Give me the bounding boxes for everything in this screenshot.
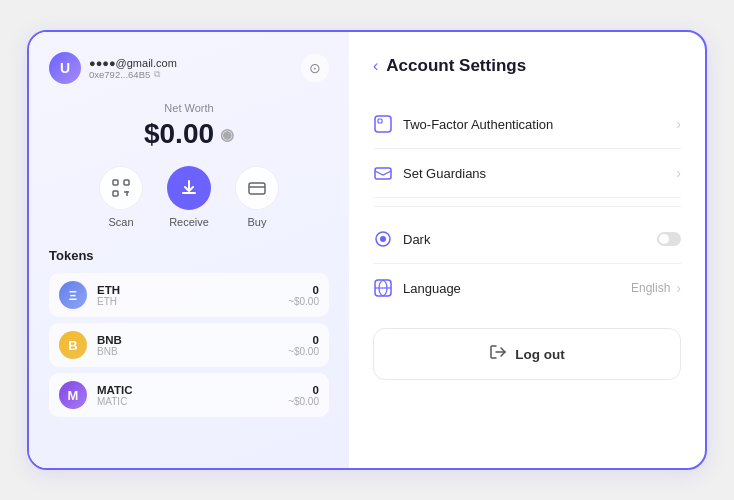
matic-usd: ~$0.00	[288, 396, 319, 407]
scan-button[interactable]: Scan	[99, 166, 143, 228]
bnb-name: BNB	[97, 334, 278, 346]
eth-symbol: ETH	[97, 296, 278, 307]
notifications-icon[interactable]: ⊙	[301, 54, 329, 82]
language-icon	[373, 278, 393, 298]
settings-item-dark[interactable]: Dark	[373, 215, 681, 264]
language-current-value: English	[631, 281, 670, 295]
language-label: Language	[403, 281, 621, 296]
guardians-chevron: ›	[676, 165, 681, 181]
logout-button[interactable]: Log out	[373, 328, 681, 380]
net-worth-label: Net Worth	[49, 102, 329, 114]
bnb-amount: 0	[288, 334, 319, 346]
matic-amount: 0	[288, 384, 319, 396]
token-item-bnb[interactable]: B BNB BNB 0 ~$0.00	[49, 323, 329, 367]
dark-toggle[interactable]	[657, 232, 681, 246]
tokens-section: Tokens Ξ ETH ETH 0 ~$0.00 B	[49, 248, 329, 417]
eth-logo: Ξ	[59, 281, 87, 309]
net-worth-section: Net Worth $0.00 ◉	[49, 102, 329, 150]
left-panel: U ●●●●@gmail.com 0xe792...64B5 ⧉ ⊙ Net W…	[29, 32, 349, 468]
settings-item-2fa[interactable]: Two-Factor Authentication ›	[373, 100, 681, 149]
copy-icon[interactable]: ⧉	[154, 69, 160, 80]
settings-list: Two-Factor Authentication › Set Guardian…	[373, 100, 681, 312]
bnb-value: 0 ~$0.00	[288, 334, 319, 357]
dark-label: Dark	[403, 232, 647, 247]
scan-icon	[99, 166, 143, 210]
settings-item-guardians[interactable]: Set Guardians ›	[373, 149, 681, 198]
avatar: U	[49, 52, 81, 84]
token-list: Ξ ETH ETH 0 ~$0.00 B BNB BNB	[49, 273, 329, 417]
bnb-logo: B	[59, 331, 87, 359]
svg-rect-9	[375, 168, 391, 179]
action-buttons: Scan Receive Buy	[49, 166, 329, 228]
svg-rect-2	[113, 191, 118, 196]
eth-value: 0 ~$0.00	[288, 284, 319, 307]
chevron-icon: ›	[676, 165, 681, 181]
bnb-symbol: BNB	[97, 346, 278, 357]
main-card: U ●●●●@gmail.com 0xe792...64B5 ⧉ ⊙ Net W…	[27, 30, 707, 470]
svg-rect-1	[124, 180, 129, 185]
guardians-icon	[373, 163, 393, 183]
buy-icon	[235, 166, 279, 210]
account-email: ●●●●@gmail.com	[89, 57, 177, 69]
tokens-title: Tokens	[49, 248, 329, 263]
account-info: U ●●●●@gmail.com 0xe792...64B5 ⧉	[49, 52, 177, 84]
settings-item-language[interactable]: Language English ›	[373, 264, 681, 312]
language-chevron-icon: ›	[676, 280, 681, 296]
account-header: U ●●●●@gmail.com 0xe792...64B5 ⧉ ⊙	[49, 52, 329, 84]
buy-button[interactable]: Buy	[235, 166, 279, 228]
svg-rect-0	[113, 180, 118, 185]
eth-name-section: ETH ETH	[97, 284, 278, 307]
right-panel: ‹ Account Settings Two-Factor Authentica…	[349, 32, 705, 468]
svg-rect-8	[378, 119, 382, 123]
eth-usd: ~$0.00	[288, 296, 319, 307]
eye-icon[interactable]: ◉	[220, 125, 234, 144]
divider	[373, 206, 681, 207]
receive-label: Receive	[169, 216, 209, 228]
matic-logo: M	[59, 381, 87, 409]
matic-name-section: MATIC MATIC	[97, 384, 278, 407]
dark-icon	[373, 229, 393, 249]
language-value-area: English ›	[631, 280, 681, 296]
token-item-eth[interactable]: Ξ ETH ETH 0 ~$0.00	[49, 273, 329, 317]
receive-icon	[167, 166, 211, 210]
2fa-icon	[373, 114, 393, 134]
2fa-label: Two-Factor Authentication	[403, 117, 666, 132]
settings-header: ‹ Account Settings	[373, 56, 681, 76]
svg-rect-7	[375, 116, 391, 132]
buy-label: Buy	[248, 216, 267, 228]
bnb-usd: ~$0.00	[288, 346, 319, 357]
toggle-icon	[657, 232, 681, 246]
account-address: 0xe792...64B5 ⧉	[89, 69, 177, 80]
logout-icon	[489, 343, 507, 365]
svg-point-13	[659, 234, 669, 244]
svg-rect-5	[249, 183, 265, 194]
logout-section: Log out	[373, 328, 681, 380]
logout-label: Log out	[515, 347, 564, 362]
settings-title: Account Settings	[386, 56, 526, 76]
back-button[interactable]: ‹	[373, 57, 378, 75]
eth-name: ETH	[97, 284, 278, 296]
2fa-chevron: ›	[676, 116, 681, 132]
scan-label: Scan	[108, 216, 133, 228]
eth-amount: 0	[288, 284, 319, 296]
net-worth-value: $0.00 ◉	[49, 118, 329, 150]
svg-point-11	[380, 236, 386, 242]
matic-name: MATIC	[97, 384, 278, 396]
matic-symbol: MATIC	[97, 396, 278, 407]
matic-value: 0 ~$0.00	[288, 384, 319, 407]
guardians-label: Set Guardians	[403, 166, 666, 181]
receive-button[interactable]: Receive	[167, 166, 211, 228]
bnb-name-section: BNB BNB	[97, 334, 278, 357]
token-item-matic[interactable]: M MATIC MATIC 0 ~$0.00	[49, 373, 329, 417]
chevron-icon: ›	[676, 116, 681, 132]
account-text: ●●●●@gmail.com 0xe792...64B5 ⧉	[89, 57, 177, 80]
